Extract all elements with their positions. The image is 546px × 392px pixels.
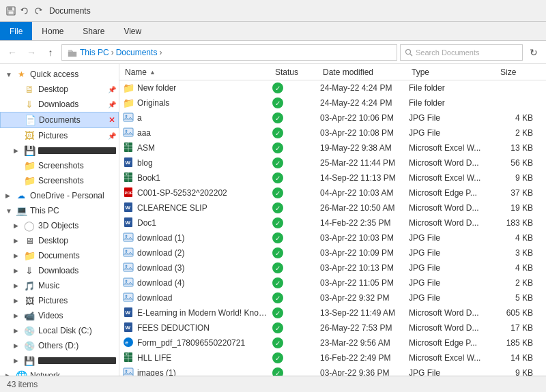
svg-rect-2 <box>8 11 14 14</box>
table-row[interactable]: a ✓ 03-Apr-22 10:06 PM JPG File 4 KB <box>119 110 546 125</box>
col-header-size[interactable]: Size <box>498 64 538 80</box>
video-icon: 📹 <box>23 310 35 321</box>
chevron-icon: ▶ <box>14 252 23 259</box>
sidebar-section-quickaccess[interactable]: ▼ ★ Quick access <box>0 67 119 82</box>
table-row[interactable]: download (3) ✓ 03-Apr-22 10:13 PM JPG Fi… <box>119 260 546 275</box>
file-type-text: Microsoft Excel W... <box>409 353 498 363</box>
table-row[interactable]: e Form_pdf_178096550220721 ✓ 23-Mar-22 9… <box>119 335 546 350</box>
svg-rect-39 <box>124 293 133 301</box>
col-header-date[interactable]: Date modified <box>320 64 409 80</box>
svg-rect-31 <box>124 233 133 241</box>
search-box[interactable]: Search Documents <box>400 44 523 61</box>
sidebar-item-thispc[interactable]: ▼ 💻 This PC <box>0 203 119 218</box>
file-status: ✓ <box>272 352 320 363</box>
sidebar-label: OneDrive - Personal <box>30 191 116 200</box>
file-date: 03-Apr-22 11:05 PM <box>320 278 409 288</box>
sidebar-item-screenshots-1[interactable]: 📁 Screenshots <box>0 158 119 173</box>
table-row[interactable]: PDF C001-SP-52532^202202 ✓ 04-Apr-22 10:… <box>119 185 546 200</box>
sidebar-item-documents-pc[interactable]: ▶ 📁 Documents <box>0 248 119 263</box>
col-size-label: Size <box>500 67 516 77</box>
pin-icon: 📌 <box>108 101 116 108</box>
undo-icon[interactable] <box>19 5 30 16</box>
file-size: 4 KB <box>498 263 538 273</box>
file-date: 03-Apr-22 10:09 PM <box>320 248 409 258</box>
table-row[interactable]: download (2) ✓ 03-Apr-22 10:09 PM JPG Fi… <box>119 245 546 260</box>
folder-icon: 📁 <box>23 175 35 186</box>
address-path[interactable]: This PC › Documents › <box>61 44 397 61</box>
file-size: 2 KB <box>498 128 538 138</box>
sidebar-item-videos[interactable]: ▶ 📹 Videos <box>0 308 119 323</box>
breadcrumb-thispc[interactable]: This PC <box>80 48 109 57</box>
sidebar-label: Music <box>38 281 116 290</box>
col-header-name[interactable]: Name ▲ <box>122 64 272 80</box>
file-date: 14-Sep-22 11:13 PM <box>320 173 409 183</box>
table-row[interactable]: X HLL LIFE ✓ 16-Feb-22 2:49 PM Microsoft… <box>119 350 546 365</box>
sidebar-item-downloads-pc[interactable]: ▶ ⇓ Downloads <box>0 263 119 278</box>
sidebar-item-local-disk-c[interactable]: ▶ 💿 Local Disk (C:) <box>0 323 119 338</box>
file-status: ✓ <box>272 202 320 213</box>
sidebar-item-onedrive[interactable]: ▶ ☁ OneDrive - Personal <box>0 188 119 203</box>
table-row[interactable]: download ✓ 03-Apr-22 9:32 PM JPG File 5 … <box>119 290 546 305</box>
file-name: E-Learning in Modern World! Know All th.… <box>137 308 272 318</box>
tab-home[interactable]: Home <box>32 22 73 40</box>
sidebar-item-pictures-pc[interactable]: ▶ 🖼 Pictures <box>0 293 119 308</box>
sidebar-item-downloads-quick[interactable]: ⇓ Downloads 📌 <box>0 97 119 112</box>
sidebar-item-music[interactable]: ▶ 🎵 Music <box>0 278 119 293</box>
svg-point-12 <box>126 130 128 132</box>
table-row[interactable]: download (1) ✓ 03-Apr-22 10:03 PM JPG Fi… <box>119 230 546 245</box>
file-type-text: JPG File <box>409 278 498 288</box>
tab-view[interactable]: View <box>114 22 151 40</box>
chevron-icon: ▶ <box>14 357 23 364</box>
col-header-status[interactable]: Status <box>272 64 320 80</box>
file-status: ✓ <box>272 337 320 348</box>
file-size: 13 KB <box>498 143 538 153</box>
file-size: 14 KB <box>498 353 538 363</box>
sidebar-label: Downloads <box>38 100 108 109</box>
breadcrumb-documents[interactable]: Documents <box>116 48 158 57</box>
sidebar-item-screenshots-2[interactable]: 📁 Screenshots <box>0 173 119 188</box>
sidebar-item-documents-quick[interactable]: 📄 Documents ✕ <box>0 112 119 128</box>
sort-arrow-icon: ▲ <box>149 69 156 76</box>
sidebar-label: Pictures <box>38 131 108 140</box>
sidebar-item-desktop-pc[interactable]: ▶ 🖥 Desktop <box>0 233 119 248</box>
forward-button[interactable]: → <box>23 44 40 61</box>
table-row[interactable]: 📁 New folder ✓ 24-May-22 4:24 PM File fo… <box>119 80 546 95</box>
table-row[interactable]: W blog ✓ 25-Mar-22 11:44 PM Microsoft Wo… <box>119 155 546 170</box>
sidebar-item-desktop-quick[interactable]: 🖥 Desktop 📌 <box>0 82 119 97</box>
sidebar-item-drive-e-pc[interactable]: ▶ 💾 <box>0 353 119 368</box>
table-row[interactable]: W FEES DEDUCTION ✓ 26-May-22 7:53 PM Mic… <box>119 320 546 335</box>
table-row[interactable]: W Doc1 ✓ 14-Feb-22 2:35 PM Microsoft Wor… <box>119 215 546 230</box>
file-type-icon <box>122 127 134 139</box>
table-row[interactable]: download (4) ✓ 03-Apr-22 11:05 PM JPG Fi… <box>119 275 546 290</box>
table-row[interactable]: X ASM ✓ 19-May-22 9:38 AM Microsoft Exce… <box>119 140 546 155</box>
status-check-icon: ✓ <box>272 142 283 153</box>
table-row[interactable]: aaa ✓ 03-Apr-22 10:08 PM JPG File 2 KB <box>119 125 546 140</box>
sidebar-item-others-d[interactable]: ▶ 💿 Others (D:) <box>0 338 119 353</box>
sidebar-label <box>38 147 116 154</box>
file-size: 183 KB <box>498 218 538 228</box>
up-button[interactable]: ↑ <box>42 44 59 61</box>
redo-icon[interactable] <box>33 5 44 16</box>
folder-icon: ⇓ <box>23 265 35 276</box>
file-type-icon: X <box>122 142 134 154</box>
table-row[interactable]: X Book1 ✓ 14-Sep-22 11:13 PM Microsoft E… <box>119 170 546 185</box>
svg-text:X: X <box>126 172 128 176</box>
table-row[interactable]: W E-Learning in Modern World! Know All t… <box>119 305 546 320</box>
tab-file[interactable]: File <box>0 22 32 40</box>
table-row[interactable]: images (1) ✓ 03-Apr-22 9:36 PM JPG File … <box>119 365 546 376</box>
tab-share[interactable]: Share <box>73 22 114 40</box>
table-row[interactable]: 📁 Originals ✓ 24-May-22 4:24 PM File fol… <box>119 95 546 110</box>
col-header-type[interactable]: Type <box>409 64 498 80</box>
sidebar-item-network[interactable]: ▶ 🌐 Network <box>0 368 119 376</box>
sidebar-item-3dobjects[interactable]: ▶ ◯ 3D Objects <box>0 218 119 233</box>
table-row[interactable]: W CLEARENCE SLIP ✓ 26-Mar-22 10:50 AM Mi… <box>119 200 546 215</box>
chevron-down-icon: ▼ <box>5 71 15 78</box>
back-button[interactable]: ← <box>4 44 20 61</box>
refresh-button[interactable]: ↻ <box>526 44 542 61</box>
sidebar-item-pictures-quick[interactable]: 🖼 Pictures 📌 <box>0 128 119 143</box>
status-check-icon: ✓ <box>272 352 283 363</box>
save-icon[interactable] <box>5 5 16 16</box>
svg-text:W: W <box>126 325 131 331</box>
sidebar-item-drive-e[interactable]: ▶ 💾 <box>0 143 119 158</box>
status-check-icon: ✓ <box>272 247 283 258</box>
